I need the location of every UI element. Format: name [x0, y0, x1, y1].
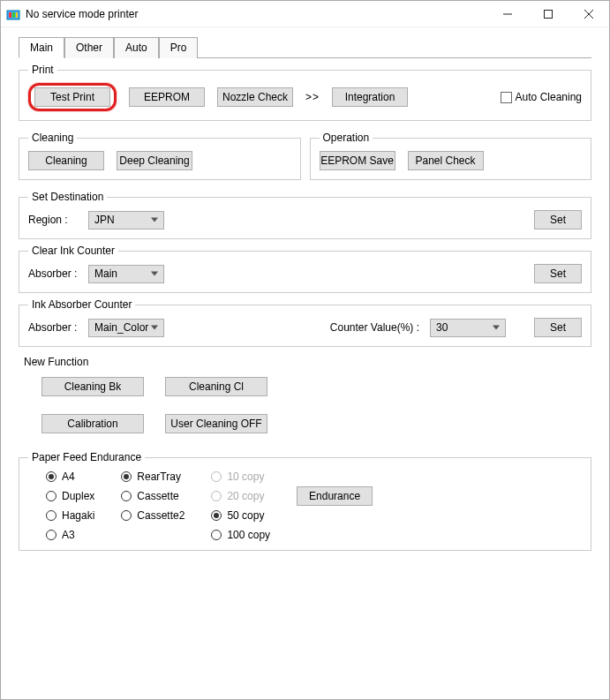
absorber-label: Absorber : — [28, 267, 78, 280]
window-title: No service mode printer — [26, 8, 487, 20]
radio-a4[interactable]: A4 — [46, 470, 94, 483]
set-destination-group: Set Destination Region : JPN Set — [19, 191, 591, 239]
integration-button[interactable]: Integration — [332, 87, 408, 107]
svg-rect-3 — [16, 12, 18, 18]
clear-ink-set-button[interactable]: Set — [534, 264, 582, 283]
radio-20copy: 20 copy — [211, 490, 270, 502]
tab-bar: Main Other Auto Pro — [19, 36, 591, 58]
minimize-button[interactable] — [487, 1, 528, 27]
ink-absorber-set-button[interactable]: Set — [534, 318, 582, 337]
cleaning-button[interactable]: Cleaning — [28, 151, 104, 170]
paper-source-column: RearTray Cassette Cassette2 — [121, 470, 185, 522]
cleaning-bk-button[interactable]: Cleaning Bk — [41, 377, 144, 396]
tab-other[interactable]: Other — [64, 37, 114, 58]
radio-cassette2[interactable]: Cassette2 — [121, 509, 185, 522]
cleaning-group: Cleaning Cleaning Deep Cleaning — [19, 132, 301, 180]
panel-check-button[interactable]: Panel Check — [408, 151, 484, 170]
paper-feed-legend: Paper Feed Endurance — [28, 451, 145, 463]
eeprom-button[interactable]: EEPROM — [129, 87, 205, 107]
svg-rect-1 — [9, 12, 11, 18]
counter-value-select[interactable]: 30 — [430, 319, 506, 337]
tab-pro[interactable]: Pro — [159, 37, 199, 58]
ink-absorber-group: Ink Absorber Counter Absorber : Main_Col… — [19, 298, 591, 347]
radio-reartray[interactable]: RearTray — [121, 470, 185, 483]
deep-cleaning-button[interactable]: Deep Cleaning — [117, 151, 192, 170]
radio-100copy[interactable]: 100 copy — [211, 529, 270, 541]
ink-absorber-select[interactable]: Main_Color — [88, 319, 164, 337]
paper-feed-group: Paper Feed Endurance A4 Duplex Hagaki A3… — [19, 451, 591, 551]
radio-cassette[interactable]: Cassette — [121, 490, 185, 502]
close-button[interactable] — [569, 1, 609, 27]
svg-rect-2 — [12, 12, 15, 18]
app-window: No service mode printer Main Other Auto … — [0, 0, 610, 700]
operation-legend: Operation — [320, 132, 373, 144]
svg-rect-5 — [545, 10, 553, 18]
new-function-label: New Function — [24, 356, 591, 368]
clear-ink-group: Clear Ink Counter Absorber : Main Set — [19, 245, 591, 293]
print-legend: Print — [28, 64, 57, 76]
test-print-button[interactable]: Test Print — [34, 87, 110, 107]
nozzle-check-button[interactable]: Nozzle Check — [217, 87, 293, 107]
radio-a3[interactable]: A3 — [46, 529, 94, 541]
counter-value-label: Counter Value(%) : — [330, 321, 419, 334]
radio-hagaki[interactable]: Hagaki — [46, 509, 94, 522]
region-label: Region : — [28, 214, 78, 226]
eeprom-save-button[interactable]: EEPROM Save — [320, 151, 395, 170]
clear-ink-select[interactable]: Main — [88, 265, 164, 283]
app-icon — [6, 7, 20, 21]
new-function-section: New Function Cleaning Bk Cleaning Cl Cal… — [19, 356, 591, 433]
radio-50copy[interactable]: 50 copy — [211, 509, 270, 522]
cleaning-cl-button[interactable]: Cleaning Cl — [165, 377, 267, 396]
set-destination-legend: Set Destination — [28, 191, 107, 203]
set-destination-set-button[interactable]: Set — [534, 210, 582, 230]
calibration-button[interactable]: Calibration — [41, 414, 144, 433]
checkbox-icon — [501, 92, 512, 103]
ink-absorber-legend: Ink Absorber Counter — [28, 298, 135, 311]
print-group: Print Test Print EEPROM Nozzle Check >> … — [19, 64, 591, 121]
radio-duplex[interactable]: Duplex — [46, 490, 94, 502]
region-select[interactable]: JPN — [88, 211, 164, 230]
user-cleaning-off-button[interactable]: User Cleaning OFF — [165, 414, 267, 433]
test-print-highlight: Test Print — [28, 83, 117, 111]
arrow-icon: >> — [305, 91, 320, 103]
maximize-button[interactable] — [528, 1, 569, 27]
tab-auto[interactable]: Auto — [114, 37, 159, 58]
paper-size-column: A4 Duplex Hagaki A3 — [46, 470, 94, 541]
tab-main[interactable]: Main — [19, 37, 64, 58]
cleaning-legend: Cleaning — [28, 132, 77, 144]
auto-cleaning-checkbox[interactable]: Auto Cleaning — [501, 91, 582, 103]
operation-group: Operation EEPROM Save Panel Check — [310, 132, 592, 180]
copy-count-column: 10 copy 20 copy 50 copy 100 copy — [211, 470, 270, 541]
endurance-button[interactable]: Endurance — [297, 486, 373, 506]
titlebar: No service mode printer — [1, 1, 609, 27]
radio-10copy: 10 copy — [211, 470, 270, 483]
ink-absorber-label: Absorber : — [28, 321, 78, 334]
clear-ink-legend: Clear Ink Counter — [28, 245, 118, 257]
